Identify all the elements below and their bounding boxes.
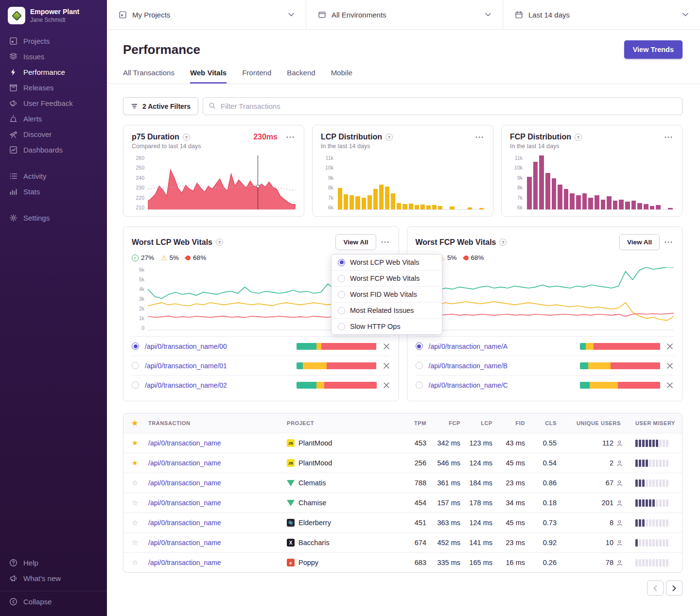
histogram-bar <box>588 198 593 209</box>
dashboards-icon <box>9 145 18 154</box>
sidebar-item-performance[interactable]: Performance <box>0 64 107 80</box>
worst-fcp-transaction-list: /api/0/transaction_name/A/api/0/transact… <box>416 336 674 394</box>
sidebar-item-settings[interactable]: Settings <box>0 210 107 225</box>
radio-icon[interactable] <box>132 362 139 369</box>
vitals-bar-segment-good <box>297 362 303 369</box>
tab-frontend[interactable]: Frontend <box>242 68 271 84</box>
radio-icon[interactable] <box>132 342 139 350</box>
table-header-row: ★TRANSACTIONPROJECTTPMFCPLCPFIDCLSUNIQUE… <box>123 413 682 433</box>
menu-item-most-related-issues[interactable]: Most Related Issues <box>332 303 442 319</box>
favorite-star-icon[interactable]: ☆ <box>123 558 146 567</box>
org-switcher[interactable]: Empower Plant Jane Schmidt <box>0 0 107 33</box>
sidebar-item-discover[interactable]: Discover <box>0 126 107 142</box>
help-icon[interactable]: ? <box>575 134 582 141</box>
transaction-link[interactable]: /api/0/transaction_name <box>148 479 221 487</box>
search-input[interactable] <box>203 97 682 115</box>
sidebar-item-stats[interactable]: Stats <box>0 184 107 199</box>
close-icon[interactable] <box>383 342 390 350</box>
misery-segment <box>646 440 648 447</box>
misery-segment <box>663 440 665 447</box>
favorite-star-icon[interactable]: ☆ <box>123 498 146 507</box>
transaction-link[interactable]: /api/0/transaction_name/02 <box>145 381 227 389</box>
project-selector[interactable]: My Projects <box>107 0 306 29</box>
help-icon[interactable]: ? <box>216 239 223 246</box>
chart-marker-line <box>258 155 258 209</box>
close-icon[interactable] <box>383 381 390 389</box>
menu-item-worst-fcp-web-vitals[interactable]: Worst FCP Web Vitals <box>332 271 442 287</box>
misery-segment <box>659 440 662 447</box>
close-icon[interactable] <box>383 362 390 370</box>
histogram-bar <box>415 205 419 209</box>
transaction-link[interactable]: /api/0/transaction_name/A <box>429 342 508 350</box>
sidebar-item-help[interactable]: Help <box>0 555 107 570</box>
transaction-link[interactable]: /api/0/transaction_name <box>148 459 221 467</box>
transaction-link[interactable]: /api/0/transaction_name <box>148 499 221 507</box>
favorite-star-icon[interactable]: ☆ <box>123 479 146 487</box>
histogram-bar <box>595 195 599 209</box>
sidebar-item-releases[interactable]: Releases <box>0 80 107 95</box>
unique-users-value: 67 <box>606 479 613 487</box>
project-cell: Elderberry <box>285 519 399 527</box>
menu-item-slow-http-ops[interactable]: Slow HTTP Ops <box>332 319 442 334</box>
sidebar-item-user-feedback[interactable]: User Feedback <box>0 95 107 111</box>
sidebar-item-what-s-new[interactable]: What's new <box>0 570 107 586</box>
user-misery-cell <box>629 479 682 487</box>
transaction-link[interactable]: /api/0/transaction_name/00 <box>145 342 227 350</box>
transaction-link[interactable]: /api/0/transaction_name <box>148 439 221 447</box>
sidebar-item-issues[interactable]: Issues <box>0 49 107 64</box>
user-misery-bar <box>635 519 682 527</box>
menu-item-worst-fid-web-vitals[interactable]: Worst FID Web Vitals <box>332 287 442 303</box>
tab-web-vitals[interactable]: Web Vitals <box>190 68 227 84</box>
view-trends-button[interactable]: View Trends <box>624 40 682 59</box>
prev-page-button[interactable] <box>647 581 664 596</box>
radio-icon[interactable] <box>416 362 423 369</box>
environment-selector[interactable]: All Environments <box>306 0 503 29</box>
date-range-selector[interactable]: Last 14 days <box>503 0 700 29</box>
help-icon[interactable]: ? <box>499 239 507 246</box>
vital-transaction-row: /api/0/transaction_name/B <box>416 356 674 375</box>
close-icon[interactable] <box>666 362 674 370</box>
card-menu-button[interactable] <box>663 239 674 245</box>
fid-value: 45 ms <box>500 519 533 527</box>
radio-icon[interactable] <box>416 381 423 389</box>
sidebar-item-projects[interactable]: Projects <box>0 33 107 49</box>
close-icon[interactable] <box>666 342 674 350</box>
transaction-link[interactable]: /api/0/transaction_name <box>148 559 221 566</box>
vitals-stacked-bar <box>580 362 660 369</box>
transaction-link[interactable]: /api/0/transaction_name/01 <box>145 362 227 370</box>
transaction-link[interactable]: /api/0/transaction_name/C <box>429 381 508 389</box>
tab-all-transactions[interactable]: All Transactions <box>123 68 175 84</box>
favorite-star-icon[interactable]: ☆ <box>123 518 146 527</box>
view-all-button[interactable]: View All <box>335 234 376 250</box>
transaction-link[interactable]: /api/0/transaction_name/B <box>429 362 508 370</box>
radio-icon[interactable] <box>416 342 423 350</box>
misery-segment <box>652 539 655 547</box>
tab-backend[interactable]: Backend <box>287 68 315 84</box>
card-menu-button[interactable] <box>474 134 485 140</box>
sidebar-item-alerts[interactable]: Alerts <box>0 111 107 126</box>
sidebar-item-activity[interactable]: Activity <box>0 168 107 184</box>
card-menu-button[interactable] <box>663 134 674 140</box>
help-icon[interactable]: ? <box>183 134 190 141</box>
project-cell: JSPlantMood <box>285 439 399 447</box>
transaction-link[interactable]: /api/0/transaction_name <box>148 519 221 527</box>
radio-icon[interactable] <box>132 381 139 389</box>
active-filters-button[interactable]: 2 Active Filters <box>123 97 198 115</box>
favorite-star-icon[interactable]: ☆ <box>123 538 146 547</box>
card-menu-button[interactable] <box>285 134 296 140</box>
next-page-button[interactable] <box>666 581 682 596</box>
sidebar-item-dashboards[interactable]: Dashboards <box>0 142 107 157</box>
radio-icon <box>338 291 345 298</box>
card-menu-button[interactable] <box>380 239 390 245</box>
favorite-star-icon[interactable]: ★ <box>123 459 146 467</box>
sidebar-item-collapse[interactable]: Collapse <box>0 591 107 609</box>
close-icon[interactable] <box>666 381 674 389</box>
view-all-button[interactable]: View All <box>619 234 660 250</box>
lcp-value: 124 ms <box>468 519 500 527</box>
transaction-link[interactable]: /api/0/transaction_name <box>148 539 221 547</box>
favorite-star-icon[interactable]: ★ <box>123 439 146 447</box>
help-icon[interactable]: ? <box>385 134 393 141</box>
menu-item-worst-lcp-web-vitals[interactable]: Worst LCP Web Vitals <box>332 255 442 271</box>
tab-mobile[interactable]: Mobile <box>331 68 352 84</box>
transaction-cell: /api/0/transaction_name <box>146 499 285 507</box>
